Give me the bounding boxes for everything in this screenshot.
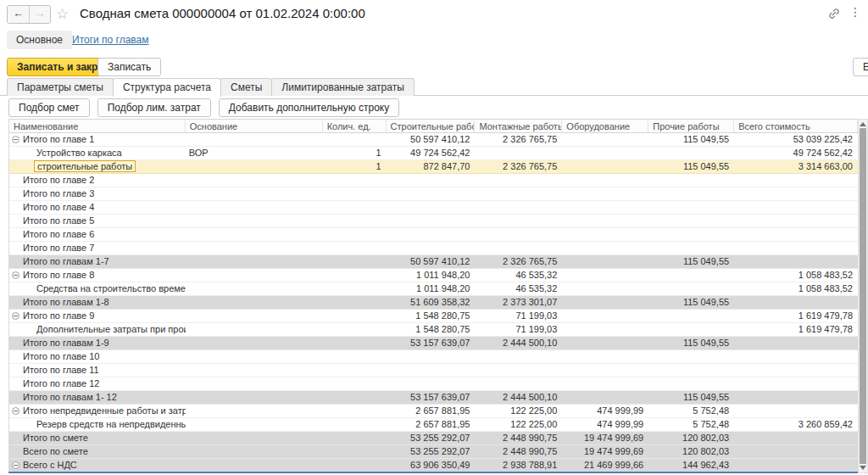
- cell-value[interactable]: [562, 310, 648, 322]
- cell-value[interactable]: [475, 242, 562, 254]
- cell-value[interactable]: 120 802,03: [648, 432, 734, 444]
- cell-value[interactable]: [648, 201, 734, 214]
- cell-name[interactable]: строительные работы: [9, 160, 186, 173]
- table-row[interactable]: Итого по главам 1-750 597 410,122 326 76…: [9, 255, 858, 269]
- cell-value[interactable]: [648, 269, 734, 282]
- cell-name[interactable]: Итого по главе 5: [9, 215, 186, 227]
- table-row[interactable]: Всего по смете53 255 292,072 448 990,751…: [9, 445, 858, 459]
- cell-value[interactable]: 49 724 562,42: [734, 147, 858, 159]
- cell-value[interactable]: [562, 201, 648, 214]
- get-link-icon[interactable]: [827, 7, 841, 20]
- cell-value[interactable]: 5 752,48: [648, 418, 734, 431]
- table-row[interactable]: Итого по главе 4: [9, 201, 858, 215]
- cell-value[interactable]: 144 962,43: [648, 459, 734, 472]
- cell-value[interactable]: 2 326 765,75: [475, 255, 562, 268]
- table-row[interactable]: Итого по главе 2: [9, 174, 858, 187]
- cell-name[interactable]: Всего с НДС: [9, 459, 186, 472]
- cell-basis[interactable]: [186, 201, 323, 214]
- cell-basis[interactable]: [186, 337, 323, 349]
- cell-value[interactable]: [648, 282, 734, 295]
- cell-value[interactable]: 49 724 562,42: [387, 147, 476, 159]
- cell-value[interactable]: [562, 269, 648, 282]
- cell-qty[interactable]: [323, 255, 387, 268]
- cell-basis[interactable]: [186, 174, 323, 187]
- cell-name[interactable]: Итого по главе 11: [9, 364, 186, 377]
- cell-basis[interactable]: [186, 445, 323, 458]
- cell-value[interactable]: 53 039 225,42: [734, 133, 858, 146]
- cell-value[interactable]: 19 474 999,69: [562, 445, 648, 458]
- cell-qty[interactable]: [323, 432, 387, 444]
- cell-basis[interactable]: [186, 215, 323, 227]
- table-row[interactable]: Итого по главе 3: [9, 187, 858, 201]
- column-header-qty[interactable]: Колич. ед.: [323, 120, 387, 132]
- cell-qty[interactable]: [323, 405, 387, 417]
- cell-value[interactable]: 115 049,55: [648, 337, 734, 349]
- cell-value[interactable]: [648, 377, 734, 390]
- cell-value[interactable]: 115 049,55: [648, 133, 734, 146]
- cell-name[interactable]: Средства на строительство временны...: [9, 282, 186, 295]
- column-header-construction[interactable]: Строительные работы: [387, 120, 476, 132]
- cell-value[interactable]: [387, 201, 476, 214]
- cell-value[interactable]: 115 049,55: [648, 296, 734, 309]
- more-menu-icon[interactable]: ⋮: [849, 5, 861, 19]
- cell-value[interactable]: 3 260 859,42: [734, 418, 858, 431]
- tab-estimates[interactable]: Сметы: [220, 78, 272, 96]
- table-row[interactable]: Итого по главе 91 548 280,7571 199,031 6…: [9, 310, 858, 323]
- table-row[interactable]: Итого по главе 81 011 948,2046 535,321 0…: [9, 269, 858, 282]
- cell-qty[interactable]: [323, 187, 387, 200]
- back-button[interactable]: ←: [8, 6, 29, 23]
- cell-qty[interactable]: [323, 296, 387, 309]
- cell-name[interactable]: Резерв средств на непредвиденные ра...: [9, 418, 186, 431]
- cell-qty[interactable]: [323, 282, 387, 295]
- cell-value[interactable]: 2 326 765,75: [475, 133, 562, 146]
- cell-value[interactable]: [734, 255, 858, 268]
- table-row[interactable]: Средства на строительство временны...1 0…: [9, 282, 858, 296]
- cell-name[interactable]: Итого по главе 2: [9, 174, 186, 187]
- cell-value[interactable]: [387, 228, 476, 241]
- cell-basis[interactable]: [186, 459, 323, 472]
- cell-value[interactable]: 474 999,99: [562, 418, 648, 431]
- cell-value[interactable]: 51 609 358,32: [387, 296, 476, 309]
- cell-basis[interactable]: [186, 391, 323, 404]
- cell-name[interactable]: Дополнительные затраты при производ...: [9, 323, 186, 336]
- cell-value[interactable]: [648, 147, 734, 159]
- cell-value[interactable]: 53 157 639,07: [387, 391, 476, 404]
- table-row[interactable]: Итого по главам 1-953 157 639,072 444 50…: [9, 337, 858, 350]
- cell-value[interactable]: [734, 445, 858, 458]
- cell-value[interactable]: 115 049,55: [648, 160, 734, 173]
- cell-qty[interactable]: [323, 133, 387, 146]
- cell-value[interactable]: 1 011 948,20: [387, 269, 476, 282]
- forward-button[interactable]: →: [29, 6, 50, 23]
- cell-value[interactable]: 2 657 881,95: [387, 418, 476, 431]
- cell-value[interactable]: [387, 377, 476, 390]
- cell-qty[interactable]: [323, 228, 387, 241]
- cell-name[interactable]: Итого по главе 9: [9, 310, 186, 322]
- cell-value[interactable]: [562, 133, 648, 146]
- scrollbar-thumb[interactable]: [860, 128, 866, 464]
- cell-value[interactable]: [562, 377, 648, 390]
- tab-calculation-structure[interactable]: Структура расчета: [113, 78, 221, 97]
- cell-name[interactable]: Итого по главе 6: [9, 228, 186, 241]
- cell-qty[interactable]: [323, 350, 387, 363]
- cell-qty[interactable]: [323, 377, 387, 390]
- cell-value[interactable]: [648, 187, 734, 200]
- save-button[interactable]: Записать: [97, 58, 161, 76]
- cell-qty[interactable]: [323, 269, 387, 282]
- cell-value[interactable]: 2 326 765,75: [475, 160, 562, 173]
- cell-qty[interactable]: [323, 418, 387, 431]
- view-tab-main[interactable]: Основное: [7, 31, 72, 49]
- cell-value[interactable]: [562, 364, 648, 377]
- cell-basis[interactable]: [186, 133, 323, 146]
- cell-name[interactable]: Итого по главе 1: [9, 133, 186, 146]
- collapse-icon[interactable]: [12, 136, 19, 143]
- cell-value[interactable]: 2 444 500,10: [475, 337, 562, 349]
- cell-value[interactable]: [562, 187, 648, 200]
- cell-value[interactable]: 1 548 280,75: [387, 310, 476, 322]
- cell-value[interactable]: [387, 215, 476, 227]
- cell-value[interactable]: 872 847,70: [387, 160, 476, 173]
- cell-value[interactable]: [387, 174, 476, 187]
- table-row[interactable]: Итого по главе 12: [9, 377, 858, 391]
- table-row[interactable]: Итого по главе 10: [9, 350, 858, 364]
- cell-value[interactable]: [475, 187, 562, 200]
- cell-basis[interactable]: [186, 255, 323, 268]
